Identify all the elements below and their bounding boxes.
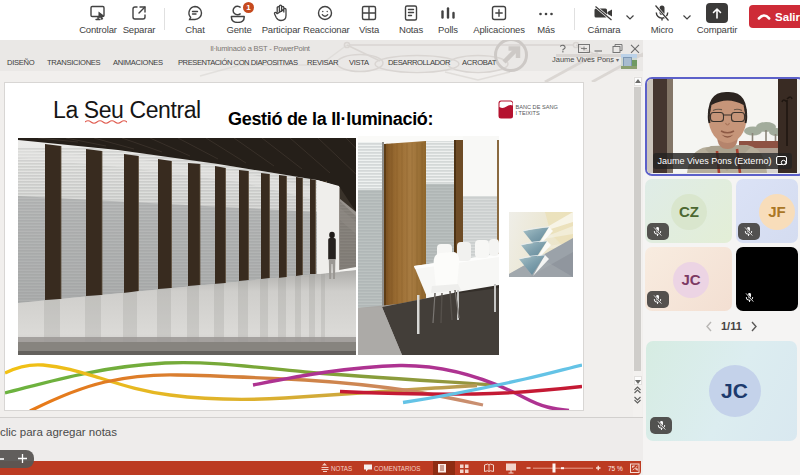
svg-text:COMENTARIOS: COMENTARIOS — [374, 465, 420, 472]
svg-text:75 %: 75 % — [608, 465, 623, 472]
svg-text:NOTAS: NOTAS — [331, 465, 352, 472]
svg-text:I TEIXITS: I TEIXITS — [516, 110, 540, 116]
svg-text:BANC DE SANG: BANC DE SANG — [516, 104, 558, 110]
